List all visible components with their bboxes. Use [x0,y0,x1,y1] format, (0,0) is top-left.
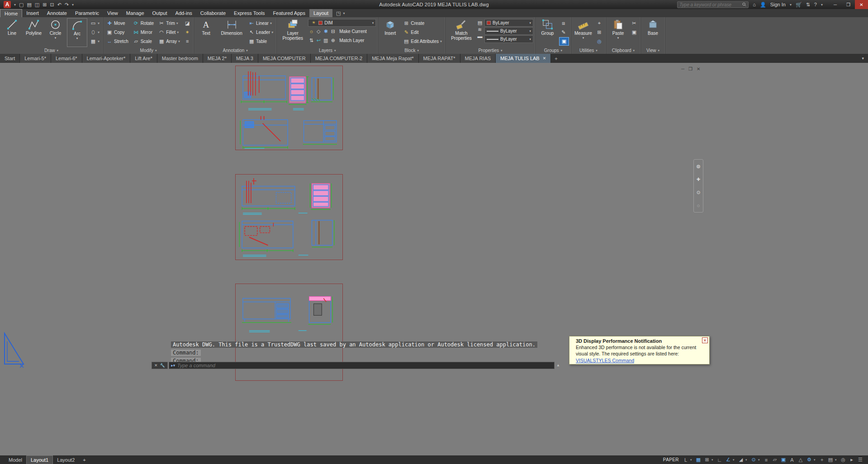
annotation-autoscale-icon[interactable]: △ [797,456,805,464]
line-button[interactable]: Line [2,18,22,47]
polar-tracking-icon[interactable]: ∠ [724,456,732,464]
properties-list-icon[interactable]: ▤ [477,19,483,26]
rotate-button[interactable]: ⟳ Rotate [132,19,155,28]
annotation-visibility-icon[interactable]: A [788,456,796,464]
tab-lemari-apoteker[interactable]: Lemari-Apoteker* [82,54,131,63]
quick-properties-caret-icon[interactable]: ▾ [835,458,839,462]
explode-button[interactable]: ✶ [183,28,192,37]
ribbon-tab-output[interactable]: Output [148,9,171,17]
scale-button[interactable]: ▱ Scale [132,37,155,46]
quick-calc-button[interactable]: ⊞ [595,28,604,37]
model-tab[interactable]: Model [5,455,26,464]
command-customize-icon[interactable]: 🔧 [160,363,165,368]
drawing-canvas[interactable]: ─ ❐ ✕ [0,63,868,455]
hatch-caret-icon[interactable]: ▾ [98,39,100,43]
quick-properties-icon[interactable]: ▤ [826,456,835,464]
offset-button[interactable]: ≡ [183,37,192,46]
panel-label-properties[interactable]: Properties ▾ [446,47,535,54]
osnap-toggle-icon[interactable]: ⊙ [749,456,758,464]
circle-button[interactable]: Circle ▾ [45,18,66,47]
layout2-tab[interactable]: Layout2 [53,455,79,464]
measure-button[interactable]: Measure ▾ [573,18,593,47]
close-button[interactable]: ✕ [855,0,868,9]
erase-button[interactable]: ◪ [183,19,192,28]
circle-caret-icon[interactable]: ▾ [55,36,57,40]
snap-caret-icon[interactable]: ▾ [711,458,715,462]
arc-caret-icon[interactable]: ▾ [76,37,78,40]
pan-icon[interactable]: ✚ [697,177,700,182]
paste-button[interactable]: Paste ▾ [608,18,628,47]
lineweight-dropdown[interactable]: ByLayer ▾ [484,35,533,43]
tab-meja-2[interactable]: MEJA 2* [203,54,232,63]
hatch-tool-button[interactable]: ▦ ▾ [89,37,101,46]
tab-meja-rias[interactable]: MEJA RIAS [460,54,496,63]
panel-label-groups[interactable]: Groups ▾ [536,47,571,54]
app-store-cart-icon[interactable]: 🛒 [796,2,802,8]
group-button[interactable]: Group [537,18,558,47]
plot-icon[interactable]: ⊡ [50,2,54,7]
trim-button[interactable]: ✂ Trim ▾ [157,19,181,28]
help-search-input[interactable] [679,2,740,7]
tab-close-icon[interactable]: ✕ [543,56,546,61]
layer-previous-icon[interactable]: ↩ [315,38,322,44]
cut-button[interactable]: ✂ [630,19,639,28]
layer-merge-icon[interactable]: ⊕ [330,38,336,44]
layout1-tab[interactable]: Layout1 [26,455,53,464]
measure-caret-icon[interactable]: ▾ [583,36,584,40]
transparency-toggle-icon[interactable]: ▱ [771,456,779,464]
edit-block-button[interactable]: ✎ Edit [402,28,443,37]
move-button[interactable]: ✚ Move [105,19,130,28]
viewport-sheet-2[interactable] [235,174,343,260]
group-edit-button[interactable]: ✎ [559,28,569,37]
tab-meja-rapat[interactable]: MEJA RAPAT* [419,54,460,63]
tab-overflow-caret-icon[interactable]: ▾ [858,54,868,63]
trim-caret-icon[interactable]: ▾ [176,21,178,25]
rectangle-caret-icon[interactable]: ▾ [98,21,100,25]
tab-meja-computer[interactable]: MEJA COMPUTER [258,54,311,63]
table-button[interactable]: ▦ Table [247,37,275,46]
copy-button[interactable]: ▣ Copy [105,28,130,37]
layer-dropdown-caret-icon[interactable]: ▾ [372,21,374,25]
command-expand-icon[interactable]: ▲ [555,363,562,367]
full-navigation-wheel-icon[interactable]: ◍ [697,164,701,169]
tab-meja-3[interactable]: MEJA 3 [232,54,258,63]
new-file-icon[interactable]: ▢ [19,2,24,7]
open-file-icon[interactable]: ▤ [27,2,31,7]
layer-lock-icon[interactable]: ⊟ [330,28,336,35]
command-close-icon[interactable]: ✕ [154,363,158,368]
help-search-box[interactable] [677,1,749,8]
panel-label-block[interactable]: Block ▾ [378,47,445,54]
osnap-caret-icon[interactable]: ▾ [758,458,762,462]
ribbon-tab-featured-apps[interactable]: Featured Apps [269,9,309,17]
ucs-toggle-icon[interactable]: L [682,456,690,464]
redo-icon[interactable]: ↷ [65,2,69,7]
ribbon-tab-manage[interactable]: Manage [122,9,148,17]
drawing-minimize-icon[interactable]: ─ [681,66,684,71]
tab-lift-are[interactable]: Lift Are* [130,54,157,63]
panel-label-utilities[interactable]: Utilities ▾ [571,47,606,54]
workspace-caret-icon[interactable]: ▾ [814,458,817,462]
zoom-extents-icon[interactable]: ⊙ [697,190,700,195]
quick-select-button[interactable]: ⌖ [595,19,604,28]
object-color-dropdown[interactable]: ByLayer ▾ [484,19,533,27]
base-button[interactable]: Base [643,18,663,47]
save-as-icon[interactable]: ⊞ [43,2,47,7]
ellipse-tool-button[interactable]: ⬯ ▾ [89,28,101,37]
linetype-dropdown-caret-icon[interactable]: ▾ [529,29,531,33]
viewport-sheet-1[interactable] [235,66,343,150]
edit-attributes-button[interactable]: ▤ Edit Attributes ▾ [402,37,443,46]
drawing-restore-icon[interactable]: ❐ [688,66,693,71]
make-current-button[interactable]: Make Current [338,27,368,36]
ribbon-tab-layout[interactable]: Layout [309,9,332,17]
match-layer-button[interactable]: Match Layer [338,36,365,45]
lineweight-toggle-icon[interactable]: ≡ [762,456,770,464]
color-dropdown-caret-icon[interactable]: ▾ [529,21,531,25]
selection-cycling-icon[interactable]: ▣ [779,456,787,464]
group-selection-toggle[interactable]: ▣ [559,37,569,46]
ribbon-tab-insert[interactable]: Insert [22,9,43,17]
panel-label-draw[interactable]: Draw ▾ [0,47,103,54]
visualstyles-command-link[interactable]: VISUALSTYLES Command [576,358,634,364]
lineweight-list-icon[interactable]: ▬ [477,33,483,39]
lineweight-dropdown-caret-icon[interactable]: ▾ [529,38,531,41]
layer-properties-button[interactable]: Layer Properties [279,18,307,47]
